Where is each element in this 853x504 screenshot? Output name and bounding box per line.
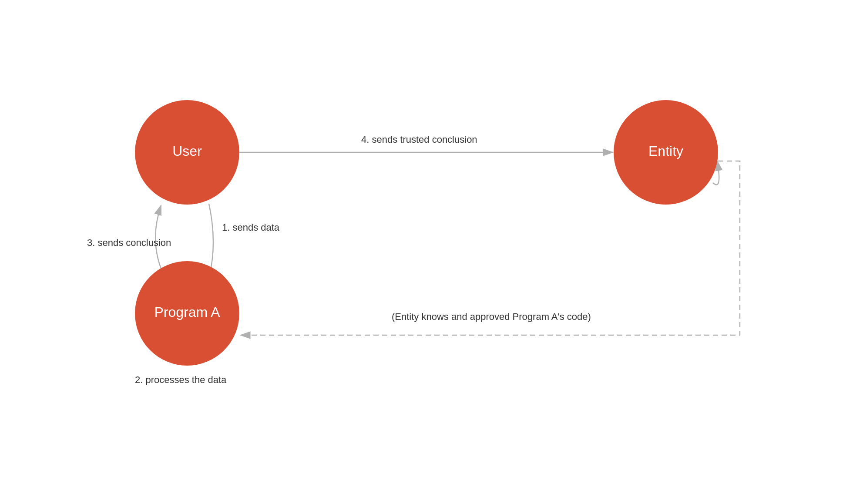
label-sends-conclusion: 3. sends conclusion xyxy=(87,237,171,248)
program-a-label: Program A xyxy=(154,304,220,320)
label-sends-data: 1. sends data xyxy=(222,222,280,233)
label-processes-data: 2. processes the data xyxy=(135,374,227,385)
diagram-container: 4. sends trusted conclusion 1. sends dat… xyxy=(0,0,853,504)
label-entity-knows: (Entity knows and approved Program A's c… xyxy=(392,311,591,322)
entity-label: Entity xyxy=(648,143,683,159)
user-label: User xyxy=(172,143,202,159)
label-sends-trusted-conclusion: 4. sends trusted conclusion xyxy=(361,134,477,145)
